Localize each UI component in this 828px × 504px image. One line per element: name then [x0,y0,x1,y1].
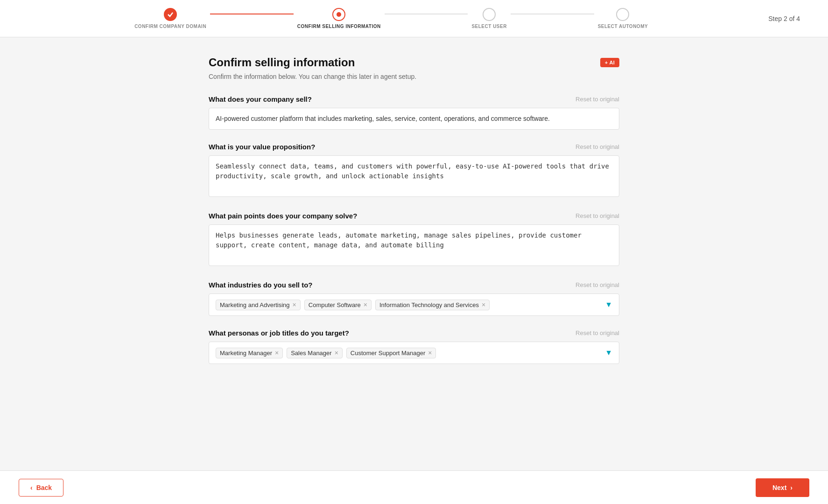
tag-sales-manager-remove[interactable]: × [335,350,338,356]
tag-information-technology: Information Technology and Services × [375,300,490,310]
ai-badge: + AI [600,58,619,67]
tag-customer-support-manager: Customer Support Manager × [346,348,436,358]
tag-customer-support-manager-label: Customer Support Manager [351,350,425,357]
tag-computer-software-label: Computer Software [309,301,361,308]
next-button-label: Next [772,484,786,491]
step-2-label: CONFIRM SELLING INFORMATION [297,24,381,29]
tag-computer-software: Computer Software × [304,300,372,310]
page-title: Confirm selling information [209,56,355,69]
value-prop-reset[interactable]: Reset to original [575,143,619,150]
tag-marketing-advertising-remove[interactable]: × [293,301,296,308]
section-personas-header: What personas or job titles do you targe… [209,329,619,337]
industries-reset[interactable]: Reset to original [575,281,619,288]
personas-reset[interactable]: Reset to original [575,329,619,336]
tag-sales-manager-label: Sales Manager [291,350,331,357]
connector-3-4 [511,14,594,14]
industries-label: What industries do you sell to? [209,281,313,289]
connector-2-3 [385,14,468,14]
step-4-circle [616,8,629,21]
what-sell-reset[interactable]: Reset to original [575,96,619,103]
section-what-sell-header: What does your company sell? Reset to or… [209,95,619,103]
back-button[interactable]: ‹ Back [19,479,63,497]
stepper-container: CONFIRM COMPANY DOMAIN CONFIRM SELLING I… [0,0,828,37]
section-industries-header: What industries do you sell to? Reset to… [209,281,619,289]
step-3-circle [483,8,496,21]
value-prop-label: What is your value proposition? [209,143,315,151]
section-value-prop-header: What is your value proposition? Reset to… [209,143,619,151]
tag-information-technology-remove[interactable]: × [482,301,485,308]
industries-dropdown-arrow[interactable]: ▼ [605,301,612,309]
tag-marketing-manager: Marketing Manager × [216,348,283,358]
pain-points-label: What pain points does your company solve… [209,212,357,220]
next-arrow-icon: › [790,484,793,491]
section-pain-points: What pain points does your company solve… [209,212,619,268]
personas-tag-select[interactable]: Marketing Manager × Sales Manager × Cust… [209,342,619,364]
step-4-label: SELECT AUTONOMY [598,24,648,29]
pain-points-textarea[interactable] [209,224,619,266]
section-what-sell: What does your company sell? Reset to or… [209,95,619,130]
tag-marketing-manager-label: Marketing Manager [220,350,272,357]
tag-sales-manager: Sales Manager × [287,348,343,358]
step-select-autonomy: SELECT AUTONOMY [598,8,648,29]
step-info: Step 2 of 4 [754,15,800,22]
pain-points-reset[interactable]: Reset to original [575,212,619,219]
tag-marketing-advertising-label: Marketing and Advertising [220,301,290,308]
step-3-label: SELECT USER [471,24,507,29]
step-select-user: SELECT USER [471,8,507,29]
tag-marketing-manager-remove[interactable]: × [275,350,279,356]
connector-1-2 [210,14,294,14]
footer: ‹ Back Next › [0,470,828,504]
stepper: CONFIRM COMPANY DOMAIN CONFIRM SELLING I… [134,8,648,29]
step-1-label: CONFIRM COMPANY DOMAIN [134,24,206,29]
value-prop-textarea[interactable] [209,155,619,197]
section-industries: What industries do you sell to? Reset to… [209,281,619,316]
step-1-circle [164,8,177,21]
step-2-circle [332,8,345,21]
personas-dropdown-arrow[interactable]: ▼ [605,349,612,357]
what-sell-label: What does your company sell? [209,95,312,103]
section-value-prop: What is your value proposition? Reset to… [209,143,619,199]
back-button-label: Back [36,484,52,491]
tag-computer-software-remove[interactable]: × [364,301,367,308]
step-confirm-selling: CONFIRM SELLING INFORMATION [297,8,381,29]
main-content: Confirm selling information + AI Confirm… [181,37,647,504]
step-confirm-domain: CONFIRM COMPANY DOMAIN [134,8,206,29]
tag-marketing-advertising: Marketing and Advertising × [216,300,301,310]
page-subtitle: Confirm the information below. You can c… [209,73,619,80]
back-arrow-icon: ‹ [30,484,33,491]
tag-information-technology-label: Information Technology and Services [379,301,479,308]
section-personas: What personas or job titles do you targe… [209,329,619,364]
what-sell-input[interactable] [209,108,619,130]
next-button[interactable]: Next › [756,478,809,497]
section-pain-points-header: What pain points does your company solve… [209,212,619,220]
page-title-row: Confirm selling information + AI [209,56,619,69]
industries-tag-select[interactable]: Marketing and Advertising × Computer Sof… [209,294,619,316]
personas-label: What personas or job titles do you targe… [209,329,349,337]
tag-customer-support-manager-remove[interactable]: × [428,350,432,356]
